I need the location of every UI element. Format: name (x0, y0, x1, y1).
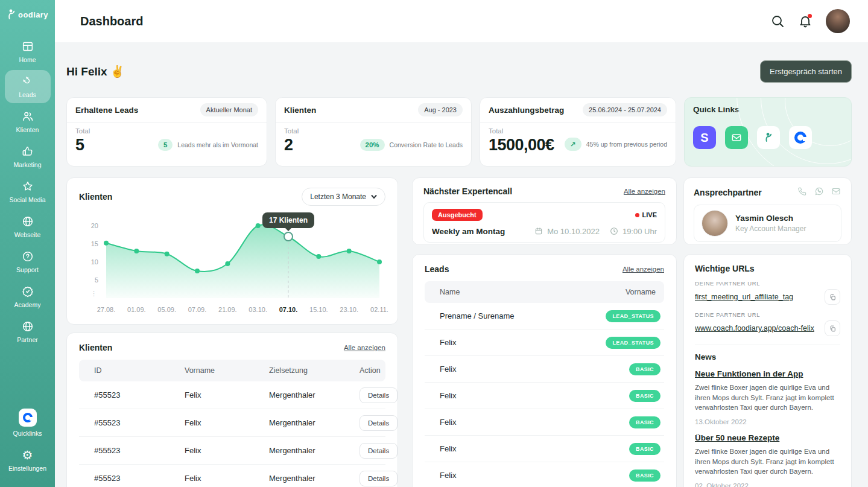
urls-title: Wichtige URLs (695, 264, 840, 273)
top-header: Dashboard (55, 0, 868, 42)
lead-row: Felix LEAD_STATUS (425, 329, 664, 356)
notification-dot (808, 14, 812, 18)
copy-icon[interactable] (825, 289, 840, 305)
total-label: Total (75, 127, 90, 135)
sidebar-item-label: Home (19, 56, 36, 63)
sidebar-item-leads[interactable]: Leads (5, 70, 51, 103)
x-tick-label: 03.10. (249, 306, 267, 313)
chart-point[interactable] (165, 252, 169, 256)
sidebar-item-klienten[interactable]: Klienten (5, 105, 51, 138)
y-tick-label: 10 (91, 258, 98, 266)
home-icon (21, 40, 34, 53)
sidebar-item-partner[interactable]: Partner (5, 315, 51, 348)
sidebar-item-home[interactable]: Home (5, 35, 51, 68)
dashboard-page: oodiary Home Leads Klienten Marketing (0, 0, 868, 487)
notifications-bell-icon[interactable] (798, 14, 813, 28)
sidebar-item-webseite[interactable]: Webseite (5, 210, 51, 243)
details-button[interactable]: Details (360, 443, 398, 459)
call-time: 19:00 Uhr (622, 227, 657, 236)
sidebar-item-label: Support (16, 266, 39, 273)
erstgespraech-starten-button[interactable]: Erstgespräch starten (760, 60, 852, 83)
cell-id: #55523 (94, 474, 185, 483)
leads-title: Leads (425, 264, 449, 274)
globe-icon (21, 320, 34, 333)
sidebar-item-label: Academy (14, 301, 41, 308)
alle-anzeigen-link[interactable]: Alle anzeigen (344, 344, 385, 351)
col-id: ID (94, 366, 185, 375)
cell-zielsetzung: Mergenthaler (269, 474, 360, 483)
chart-point[interactable] (377, 259, 382, 264)
details-button[interactable]: Details (360, 415, 398, 431)
news-item: Neue Funktionen in der App Zwei flinke B… (695, 369, 840, 425)
stats-row: Erhaltene Leads Aktueller Monat Total 5 … (66, 97, 852, 167)
main-content: Hi Felix ✌️ Erstgespräch starten Erhalte… (55, 42, 868, 487)
news-item-body: Zwei flinke Boxer jagen die quirlige Eva… (695, 383, 840, 413)
mail-icon[interactable] (725, 126, 748, 149)
sidebar-item-social-media[interactable]: Social Media (5, 175, 51, 208)
col-vorname: Vorname (626, 288, 656, 296)
lead-row: Felix BASIC (425, 356, 664, 383)
x-tick-label: 07.09. (188, 306, 207, 313)
stat-card-auszahlungsbetrag: Auszahlungsbetrag 25.06.2024 - 25.07.202… (480, 97, 676, 167)
chart-point[interactable] (195, 269, 200, 273)
question-circle-icon (21, 250, 34, 263)
ausgebucht-badge: Ausgebucht (432, 209, 483, 221)
globe-icon (21, 215, 34, 228)
clock-icon (609, 226, 619, 236)
victory-hand-emoji: ✌️ (110, 65, 125, 78)
lead-name: Felix (440, 391, 456, 400)
user-avatar[interactable] (826, 9, 850, 33)
live-label: LIVE (642, 211, 657, 218)
stat-card-erhaltene-leads: Erhaltene Leads Aktueller Monat Total 5 … (66, 97, 267, 167)
chart-point[interactable] (134, 249, 139, 253)
total-label: Total (489, 127, 554, 135)
news-item-link[interactable]: Über 50 neue Rezepte (695, 433, 840, 442)
lead-status-badge: BASIC (629, 443, 661, 455)
y-tick-label: 20 (91, 222, 98, 229)
copy-icon[interactable] (825, 320, 840, 336)
search-icon[interactable] (770, 14, 785, 28)
whatsapp-icon[interactable] (814, 186, 825, 199)
calendly-icon[interactable] (789, 126, 812, 149)
foodiary-icon[interactable] (757, 126, 780, 149)
partner-url-link[interactable]: www.coach.foodiary.app/coach-felix (695, 324, 814, 333)
details-button[interactable]: Details (360, 471, 398, 486)
partner-url-link[interactable]: first_meeting_url_affiliate_tag (695, 293, 793, 301)
sidebar-item-academy[interactable]: Academy (5, 280, 51, 313)
mail-icon[interactable] (831, 186, 841, 199)
chart-point[interactable] (256, 223, 261, 228)
table-row: #55523 Felix Mergenthaler Details (79, 381, 385, 409)
sidebar-item-einstellungen[interactable]: ⚙ Einstellungen (5, 444, 51, 477)
chart-highlight-point[interactable] (284, 232, 293, 241)
sidebar-item-quicklinks[interactable]: Quicklinks (5, 404, 51, 442)
table-row: #55523 Felix Mergenthaler Details (79, 409, 385, 437)
cell-vorname: Felix (185, 446, 269, 455)
klienten-table-card: Klienten Alle anzeigen ID Vorname Zielse… (66, 333, 398, 487)
sidebar-item-marketing[interactable]: Marketing (5, 140, 51, 173)
cell-zielsetzung: Mergenthaler (269, 390, 360, 399)
y-tick-label: 15 (91, 240, 98, 247)
quick-links-card: Quick Links S (684, 97, 852, 167)
alle-anzeigen-link[interactable]: Alle anzeigen (622, 266, 664, 273)
x-tick-label: 23.10. (340, 306, 358, 313)
delta-badge: 20% (360, 139, 385, 151)
sidebar-item-support[interactable]: Support (5, 245, 51, 278)
page-title: Dashboard (80, 14, 143, 28)
phone-icon[interactable] (797, 186, 808, 199)
x-tick-label: 27.08. (97, 306, 116, 313)
news-item-link[interactable]: Neue Funktionen in der App (695, 369, 840, 378)
cell-zielsetzung: Mergenthaler (269, 446, 360, 455)
chart-point[interactable] (225, 261, 230, 266)
chart-point[interactable] (316, 254, 321, 259)
col-vorname: Vorname (185, 366, 269, 375)
stripe-icon[interactable]: S (693, 126, 716, 149)
chart-point[interactable] (347, 249, 352, 253)
chart-point[interactable] (104, 241, 109, 246)
col-zielsetzung: Zielsetzung (269, 366, 360, 375)
stat-value: 2 (284, 136, 299, 154)
delta-text: 45% up from previous period (586, 141, 667, 148)
details-button[interactable]: Details (360, 387, 398, 403)
range-selector-dropdown[interactable]: Letzten 3 Monate (302, 188, 385, 206)
trend-up-arrow-icon: ↗ (565, 138, 581, 151)
alle-anzeigen-link[interactable]: Alle anzeigen (624, 188, 665, 195)
